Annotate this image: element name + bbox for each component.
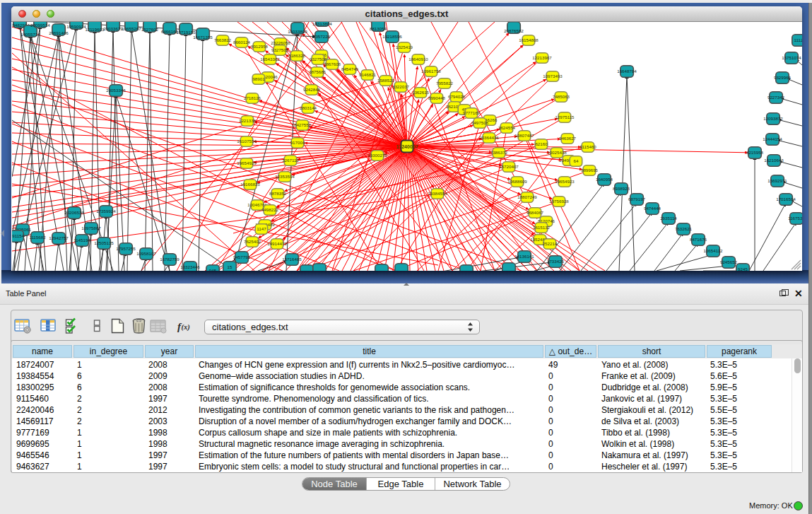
svg-text:19300275: 19300275	[367, 153, 387, 158]
svg-text:945: 945	[209, 268, 217, 271]
svg-text:16107554: 16107554	[237, 139, 257, 144]
svg-text:2935114: 2935114	[660, 216, 677, 221]
svg-text:64: 64	[574, 158, 579, 163]
svg-text:8186328: 8186328	[288, 53, 306, 58]
svg-text:12975115: 12975115	[555, 115, 575, 119]
svg-text:98901: 98901	[252, 76, 265, 81]
svg-text:16648784: 16648784	[617, 69, 637, 74]
svg-text:16671355: 16671355	[193, 35, 213, 40]
svg-text:10654112: 10654112	[703, 248, 723, 253]
svg-text:10975867: 10975867	[81, 226, 101, 230]
svg-text:391154: 391154	[12, 233, 25, 238]
svg-text:7663822: 7663822	[214, 37, 232, 42]
svg-text:4498222: 4498222	[261, 207, 279, 212]
svg-text:3267110: 3267110	[282, 158, 299, 163]
svg-text:7955822: 7955822	[436, 81, 454, 86]
svg-text:10590924: 10590924	[66, 24, 86, 29]
svg-text:8427552: 8427552	[294, 122, 312, 127]
svg-text:18313804: 18313804	[312, 22, 332, 26]
svg-text:18640910: 18640910	[408, 57, 428, 62]
svg-text:6497508: 6497508	[471, 120, 489, 125]
svg-text:10961758: 10961758	[421, 69, 441, 74]
svg-text:8471676: 8471676	[690, 237, 707, 242]
svg-text:9327505: 9327505	[271, 47, 289, 52]
svg-text:20364436: 20364436	[479, 135, 499, 140]
svg-text:15751074: 15751074	[782, 55, 801, 60]
svg-text:17359924: 17359924	[96, 209, 116, 214]
svg-text:7632621: 7632621	[675, 226, 693, 231]
svg-text:1733426: 1733426	[547, 259, 565, 264]
svg-text:8878352: 8878352	[269, 191, 287, 196]
svg-text:19166825: 19166825	[240, 182, 260, 187]
svg-text:12942757: 12942757	[49, 235, 69, 240]
svg-text:16154808: 16154808	[519, 37, 539, 42]
svg-text:3624554: 3624554	[498, 125, 516, 130]
svg-text:10807487: 10807487	[514, 133, 534, 138]
svg-text:19756928: 19756928	[549, 199, 569, 204]
svg-text:9684067: 9684067	[526, 210, 544, 215]
svg-text:12119603: 12119603	[85, 27, 105, 32]
svg-text:2718126: 2718126	[244, 95, 261, 100]
svg-text:8660124: 8660124	[233, 40, 251, 45]
svg-text:8454749: 8454749	[341, 66, 359, 71]
svg-text:20033679: 20033679	[103, 26, 123, 31]
svg-text:16543362: 16543362	[260, 57, 280, 62]
svg-text:252214: 252214	[543, 241, 558, 246]
svg-text:10025438: 10025438	[547, 150, 567, 155]
svg-text:9463627: 9463627	[559, 136, 577, 141]
svg-text:14914479: 14914479	[267, 241, 287, 246]
svg-text:10973493: 10973493	[543, 74, 563, 78]
svg-text:12213967: 12213967	[532, 55, 552, 60]
svg-text:9899695: 9899695	[581, 168, 599, 173]
svg-text:8813054: 8813054	[370, 26, 387, 31]
svg-text:6794028: 6794028	[448, 94, 466, 99]
svg-text:8322037: 8322037	[392, 84, 410, 89]
svg-text:917004: 917004	[290, 140, 305, 145]
svg-text:1167533: 1167533	[788, 216, 802, 221]
svg-text:(x): (x)	[182, 323, 190, 332]
svg-text:12444154: 12444154	[763, 136, 782, 141]
svg-text:19384554: 19384554	[428, 191, 447, 196]
svg-text:10323446: 10323446	[180, 264, 200, 269]
svg-text:20691406: 20691406	[49, 30, 69, 35]
svg-text:10719155: 10719155	[176, 30, 196, 35]
svg-text:9115460: 9115460	[579, 144, 596, 149]
svg-text:7357224: 7357224	[313, 34, 331, 39]
svg-text:16782759: 16782759	[160, 257, 180, 262]
svg-text:15: 15	[228, 264, 233, 269]
svg-text:7625402: 7625402	[244, 239, 261, 244]
svg-text:20876582: 20876582	[504, 28, 524, 33]
svg-text:1362615: 1362615	[412, 90, 430, 95]
svg-text:1115682: 1115682	[29, 235, 46, 240]
svg-text:8215958: 8215958	[746, 150, 764, 155]
svg-text:19218596: 19218596	[382, 34, 402, 39]
svg-text:18807249: 18807249	[517, 194, 537, 199]
svg-text:2803144: 2803144	[300, 105, 317, 110]
svg-text:1588520: 1588520	[377, 78, 395, 83]
svg-text:14055714: 14055714	[20, 32, 40, 37]
svg-text:10655267: 10655267	[122, 26, 141, 31]
svg-text:17016504: 17016504	[776, 197, 796, 201]
svg-text:1147: 1147	[257, 226, 266, 231]
svg-text:20053346: 20053346	[106, 88, 126, 93]
svg-text:15720407: 15720407	[499, 164, 519, 169]
svg-text:12093872: 12093872	[763, 116, 783, 121]
svg-text:9474444: 9474444	[644, 206, 661, 211]
svg-text:1527602: 1527602	[141, 27, 159, 32]
svg-text:9777169: 9777169	[463, 110, 481, 115]
svg-text:19654923: 19654923	[555, 179, 575, 184]
svg-text:1112: 1112	[794, 37, 802, 42]
svg-text:16210643: 16210643	[764, 158, 784, 163]
svg-text:10958107: 10958107	[136, 251, 156, 256]
svg-text:2867608: 2867608	[324, 62, 341, 66]
svg-text:17957255: 17957255	[116, 246, 136, 251]
svg-text:1615132: 1615132	[533, 225, 551, 230]
svg-text:10688609: 10688609	[507, 179, 527, 184]
svg-text:15692971: 15692971	[767, 178, 787, 183]
svg-text:6879197: 6879197	[628, 197, 646, 201]
svg-text:1640954: 1640954	[596, 177, 613, 182]
svg-text:9327508: 9327508	[310, 57, 327, 62]
svg-text:12353594: 12353594	[275, 174, 295, 179]
svg-text:7386372: 7386372	[490, 150, 508, 155]
svg-text:16033809: 16033809	[288, 29, 307, 34]
